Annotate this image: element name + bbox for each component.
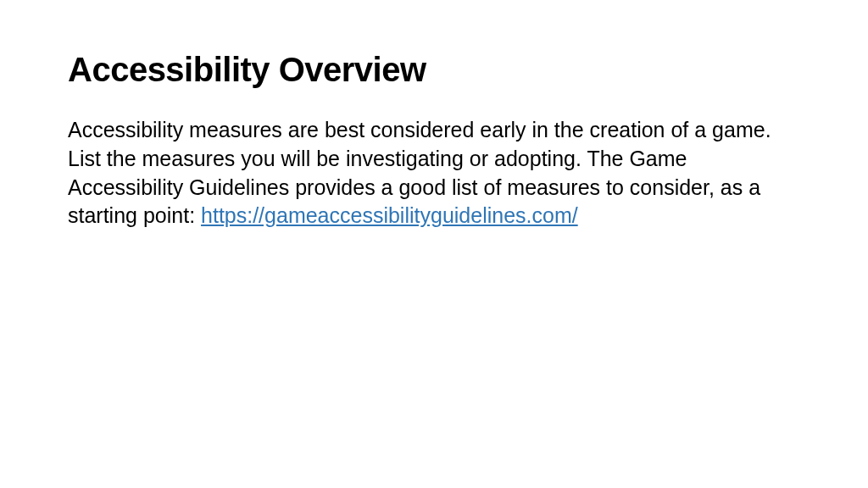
guidelines-link[interactable]: https://gameaccessibilityguidelines.com/ bbox=[201, 203, 578, 227]
body-paragraph: Accessibility measures are best consider… bbox=[68, 116, 800, 230]
page-title: Accessibility Overview bbox=[68, 51, 800, 89]
